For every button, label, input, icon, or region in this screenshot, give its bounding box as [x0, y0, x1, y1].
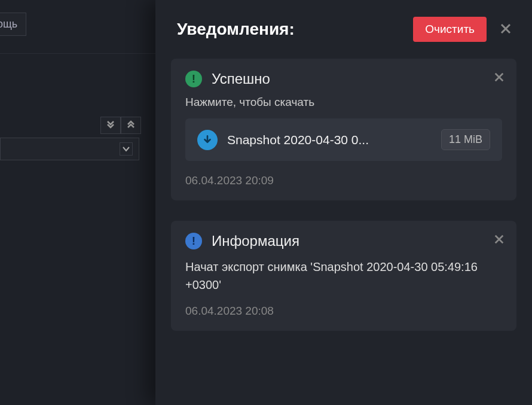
chevron-down-icon — [120, 142, 133, 156]
panel-header: Уведомления: Очистить — [155, 0, 532, 59]
card-timestamp: 06.04.2023 20:09 — [185, 174, 502, 187]
card-body: Начат экспорт снимка 'Snapshot 2020-04-3… — [185, 258, 502, 294]
expand-up-button[interactable] — [121, 117, 141, 134]
bg-controls — [100, 117, 155, 134]
bg-dropdown[interactable] — [0, 138, 139, 160]
dismiss-notification-button[interactable] — [494, 69, 505, 86]
notification-card-info: ! Информация Начат экспорт снимка 'Snaps… — [171, 221, 516, 331]
double-chevron-up-icon — [126, 120, 136, 129]
card-header: ! Информация — [185, 233, 502, 249]
card-header: ! Успешно — [185, 71, 502, 87]
notifications-list: ! Успешно Нажмите, чтобы скачать Snapsho… — [155, 59, 532, 331]
panel-title: Уведомления: — [177, 20, 402, 39]
card-title: Информация — [212, 233, 299, 249]
card-subtitle: Нажмите, чтобы скачать — [185, 96, 502, 109]
close-icon — [494, 72, 505, 83]
card-timestamp: 06.04.2023 20:08 — [185, 304, 502, 318]
double-chevron-down-icon — [106, 120, 115, 129]
info-icon: ! — [185, 233, 202, 249]
notification-card-success: ! Успешно Нажмите, чтобы скачать Snapsho… — [171, 59, 516, 200]
success-icon: ! — [185, 71, 202, 87]
download-size-badge: 11 MiB — [441, 129, 490, 150]
dismiss-notification-button[interactable] — [494, 232, 505, 248]
download-filename: Snapshot 2020-04-30 0... — [227, 133, 432, 147]
expand-down-button[interactable] — [100, 117, 121, 134]
card-title: Успешно — [212, 71, 270, 87]
close-panel-button[interactable] — [497, 18, 514, 41]
clear-button[interactable]: Очистить — [413, 17, 487, 42]
download-icon — [197, 130, 218, 150]
notifications-panel: Уведомления: Очистить ! Успешно Нажмите,… — [155, 0, 532, 405]
help-button-partial[interactable]: ощь — [0, 13, 26, 36]
bg-top-bar: ощь — [0, 0, 155, 54]
close-icon — [494, 234, 505, 245]
background-area: ощь — [0, 0, 155, 405]
close-icon — [500, 23, 512, 35]
download-item[interactable]: Snapshot 2020-04-30 0... 11 MiB — [185, 118, 502, 161]
